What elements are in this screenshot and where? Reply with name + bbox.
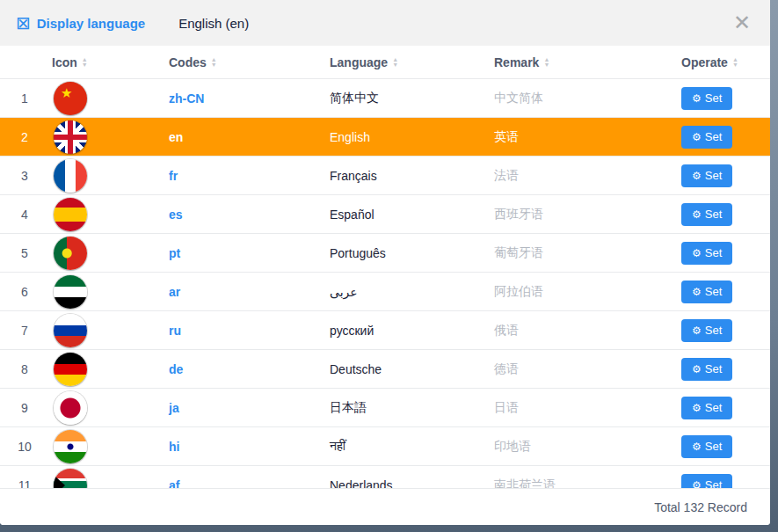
table-row[interactable]: 2 en English 英语 ⚙ Set bbox=[0, 118, 770, 157]
table-row[interactable]: 1 zh-CN 简体中文 中文简体 ⚙ Set bbox=[0, 79, 770, 118]
language-remark: 西班牙语 bbox=[494, 195, 679, 233]
row-index: 4 bbox=[0, 195, 49, 233]
sort-icon[interactable]: ▲▼ bbox=[732, 57, 738, 68]
set-button[interactable]: ⚙ Set bbox=[681, 281, 732, 303]
set-button-label: Set bbox=[705, 440, 723, 453]
dialog-footer: Total 132 Record bbox=[0, 488, 770, 525]
language-remark: 葡萄牙语 bbox=[494, 234, 679, 272]
table-header-row: Icon ▲▼ Codes ▲▼ Language ▲▼ Remark ▲▼ O… bbox=[0, 46, 770, 79]
column-header-remark[interactable]: Remark ▲▼ bbox=[494, 46, 679, 78]
language-table-body: 1 zh-CN 简体中文 中文简体 ⚙ Set 2 en English 英语 … bbox=[0, 79, 770, 488]
language-code: en bbox=[169, 118, 330, 156]
flag-ru-icon bbox=[54, 314, 87, 347]
table-row[interactable]: 6 ar عربى 阿拉伯语 ⚙ Set bbox=[0, 273, 770, 311]
total-records-label: Total 132 Record bbox=[654, 500, 747, 514]
set-button[interactable]: ⚙ Set bbox=[681, 203, 732, 226]
language-code: es bbox=[169, 195, 330, 233]
set-button[interactable]: ⚙ Set bbox=[681, 397, 732, 419]
sort-icon[interactable]: ▲▼ bbox=[82, 57, 88, 68]
flag-in-icon bbox=[54, 430, 87, 463]
table-row[interactable]: 4 es Español 西班牙语 ⚙ Set bbox=[0, 195, 770, 234]
column-header-operate[interactable]: Operate ▲▼ bbox=[679, 46, 770, 78]
table-row[interactable]: 8 de Deutsche 德语 ⚙ Set bbox=[0, 350, 770, 389]
gear-icon: ⚙ bbox=[692, 171, 702, 181]
gear-icon: ⚙ bbox=[692, 364, 702, 375]
table-row[interactable]: 9 ja 日本語 日语 ⚙ Set bbox=[0, 389, 770, 427]
gear-icon: ⚙ bbox=[692, 441, 702, 452]
gear-icon: ⚙ bbox=[692, 132, 702, 142]
flag-gb-icon bbox=[54, 120, 87, 154]
current-language-label: English (en) bbox=[178, 16, 249, 31]
set-button-label: Set bbox=[705, 246, 723, 259]
set-button[interactable]: ⚙ Set bbox=[681, 358, 732, 381]
set-button-label: Set bbox=[705, 401, 723, 414]
language-name: 简体中文 bbox=[330, 79, 494, 117]
row-index: 11 bbox=[0, 466, 49, 488]
language-remark: 俄语 bbox=[494, 311, 679, 349]
language-name: English bbox=[330, 118, 494, 156]
language-code: af bbox=[169, 466, 330, 488]
language-code: de bbox=[169, 350, 330, 388]
set-button[interactable]: ⚙ Set bbox=[681, 435, 732, 458]
set-button[interactable]: ⚙ Set bbox=[681, 164, 732, 187]
table-row[interactable]: 11 af Nederlands 南非荷兰语 ⚙ Set bbox=[0, 466, 770, 488]
gear-icon: ⚙ bbox=[692, 287, 702, 297]
gear-icon: ⚙ bbox=[692, 403, 702, 413]
sort-icon[interactable]: ▲▼ bbox=[211, 57, 217, 68]
set-button-label: Set bbox=[705, 130, 723, 143]
table-row[interactable]: 3 fr Français 法语 ⚙ Set bbox=[0, 157, 770, 195]
set-button[interactable]: ⚙ Set bbox=[681, 242, 732, 265]
set-button[interactable]: ⚙ Set bbox=[681, 87, 732, 110]
row-index: 3 bbox=[0, 157, 49, 194]
language-remark: 德语 bbox=[494, 350, 679, 388]
sort-icon[interactable]: ▲▼ bbox=[392, 57, 398, 68]
language-remark: 法语 bbox=[494, 157, 679, 194]
display-language-dialog: ⊠ Display language English (en) ✕ Icon ▲… bbox=[0, 0, 770, 525]
gear-icon: ⚙ bbox=[692, 480, 702, 489]
row-index: 6 bbox=[0, 273, 49, 310]
table-row[interactable]: 10 hi नहीं 印地语 ⚙ Set bbox=[0, 427, 770, 466]
language-name: Português bbox=[330, 234, 494, 272]
language-remark: 日语 bbox=[494, 389, 679, 426]
language-name: Deutsche bbox=[330, 350, 494, 388]
language-code: ar bbox=[169, 273, 330, 310]
flag-za-icon bbox=[54, 469, 87, 489]
language-code: ru bbox=[169, 311, 330, 349]
language-code: hi bbox=[169, 427, 330, 465]
row-index: 1 bbox=[0, 79, 49, 117]
language-remark: 南非荷兰语 bbox=[494, 466, 679, 488]
gear-icon: ⚙ bbox=[692, 93, 702, 104]
set-button-label: Set bbox=[705, 362, 723, 375]
language-code: fr bbox=[169, 157, 330, 194]
column-header-codes[interactable]: Codes ▲▼ bbox=[169, 46, 330, 78]
column-header-language[interactable]: Language ▲▼ bbox=[330, 46, 494, 78]
set-button[interactable]: ⚙ Set bbox=[681, 319, 732, 342]
dialog-title: Display language bbox=[37, 16, 145, 31]
row-index: 5 bbox=[0, 234, 49, 272]
flag-ja-icon bbox=[54, 391, 87, 425]
language-remark: 阿拉伯语 bbox=[494, 273, 679, 310]
language-name: Nederlands bbox=[330, 466, 494, 488]
set-button-label: Set bbox=[705, 208, 723, 221]
close-icon[interactable]: ✕ bbox=[730, 12, 754, 33]
gear-icon: ⚙ bbox=[692, 325, 702, 336]
language-name: русский bbox=[330, 311, 494, 349]
set-button[interactable]: ⚙ Set bbox=[681, 126, 732, 149]
row-index: 10 bbox=[0, 427, 49, 465]
row-index: 8 bbox=[0, 350, 49, 388]
language-code: pt bbox=[169, 234, 330, 272]
sort-icon[interactable]: ▲▼ bbox=[543, 57, 549, 68]
dialog-header: ⊠ Display language English (en) ✕ bbox=[0, 0, 770, 46]
column-header-icon[interactable]: Icon ▲▼ bbox=[49, 46, 169, 78]
flag-es-icon bbox=[54, 198, 87, 231]
set-button[interactable]: ⚙ Set bbox=[681, 474, 732, 489]
index-column-header bbox=[0, 46, 49, 78]
table-row[interactable]: 7 ru русский 俄语 ⚙ Set bbox=[0, 311, 770, 350]
flag-de-icon bbox=[54, 353, 87, 386]
set-button-label: Set bbox=[705, 91, 723, 105]
language-name: عربى bbox=[330, 273, 494, 310]
row-index: 2 bbox=[0, 118, 49, 156]
table-row[interactable]: 5 pt Português 葡萄牙语 ⚙ Set bbox=[0, 234, 770, 273]
language-name: नहीं bbox=[330, 427, 494, 465]
flag-pt-icon bbox=[54, 237, 87, 270]
